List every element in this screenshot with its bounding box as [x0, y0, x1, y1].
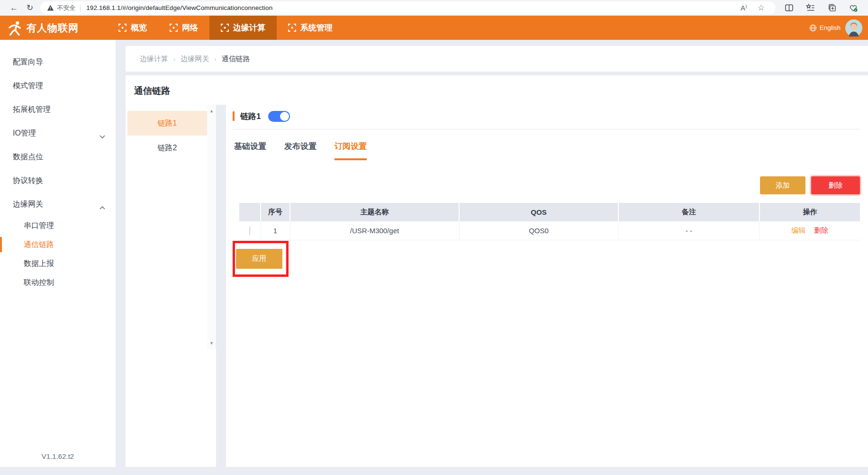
column-header-operation: 操作: [760, 203, 860, 221]
link-list-item-1[interactable]: 链路1: [127, 111, 207, 136]
sidebar-item-mode-management[interactable]: 模式管理: [0, 74, 116, 98]
browser-toolbar: ← ↻ 不安全 192.168.1.1/#/origin/defaultEdge…: [0, 0, 868, 16]
user-avatar[interactable]: [845, 19, 862, 37]
list-scrollbar[interactable]: ▲ ▼: [207, 105, 216, 349]
edit-link[interactable]: 编辑: [791, 226, 805, 234]
main-nav-tabs: 概览 网络 边缘计算 系统管理: [107, 16, 344, 40]
back-icon[interactable]: ←: [6, 4, 22, 12]
sidebar-item-expansion-management[interactable]: 拓展机管理: [0, 98, 116, 121]
tab-label: 基础设置: [234, 142, 266, 151]
row-delete-link[interactable]: 删除: [814, 226, 828, 234]
column-header-qos: QOS: [459, 203, 618, 221]
breadcrumb-separator: ›: [214, 55, 216, 63]
sidebar-item-io-management[interactable]: IO管理: [0, 121, 116, 145]
nav-tab-network[interactable]: 网络: [158, 16, 209, 40]
browser-actions: [778, 3, 862, 12]
scan-frame-icon: [288, 24, 296, 32]
navbar-right: English: [809, 16, 862, 40]
sidebar-item-linkage-control[interactable]: 联动控制: [0, 273, 116, 292]
vertical-divider: [216, 105, 226, 467]
content-card: 通信链路 链路1 链路2 ▲ ▼: [126, 75, 868, 467]
app-navbar: 有人物联网 概览 网络 边缘计算 系统管理 English: [0, 16, 868, 40]
sidebar-item-label: 拓展机管理: [13, 105, 51, 115]
nav-tab-system-management[interactable]: 系统管理: [277, 16, 344, 40]
link-list-item-2[interactable]: 链路2: [127, 136, 207, 160]
sidebar-item-label: 模式管理: [13, 81, 43, 91]
refresh-icon[interactable]: ↻: [22, 4, 37, 12]
cell-qos: QOS0: [459, 221, 618, 240]
sidebar-item-label: 数据点位: [13, 152, 43, 162]
split-screen-icon[interactable]: [780, 3, 798, 12]
sidebar-item-label: 协议转换: [13, 176, 43, 186]
toggle-knob: [280, 112, 289, 121]
link-item-label: 链路2: [158, 143, 177, 153]
scroll-down-icon[interactable]: ▼: [209, 341, 214, 346]
breadcrumb-separator: ›: [173, 55, 175, 63]
tab-publish-settings[interactable]: 发布设置: [284, 141, 316, 160]
subscribe-topic-table: 序号 主题名称 QOS 备注 操作 1 /USR-M300/g: [239, 203, 860, 240]
page-bottom-strip: [0, 467, 868, 475]
collections-icon[interactable]: [823, 3, 841, 12]
click-highlight-annotation: 应用: [233, 241, 289, 277]
cell-remark: - -: [618, 221, 760, 240]
sidebar-item-data-points[interactable]: 数据点位: [0, 145, 116, 169]
language-switcher[interactable]: English: [809, 24, 841, 32]
add-button[interactable]: 添加: [760, 176, 805, 194]
apply-button[interactable]: 应用: [236, 249, 282, 269]
address-bar[interactable]: 不安全 192.168.1.1/#/origin/defaultEdge/Vie…: [40, 1, 776, 14]
breadcrumb-current: 通信链路: [222, 55, 250, 64]
sidebar-item-serial-port-management[interactable]: 串口管理: [0, 216, 116, 235]
tab-subscribe-settings[interactable]: 订阅设置: [335, 141, 367, 160]
row-checkbox[interactable]: [249, 226, 250, 235]
url-text[interactable]: 192.168.1.1/#/origin/defaultEdge/ViewCom…: [86, 4, 736, 11]
brand[interactable]: 有人物联网: [8, 16, 100, 40]
breadcrumb-bar: 边缘计算 › 边缘网关 › 通信链路: [126, 46, 868, 72]
nav-tab-edge-computing[interactable]: 边缘计算: [209, 16, 277, 40]
sidebar-item-communication-link[interactable]: 通信链路: [0, 235, 116, 254]
breadcrumb-item[interactable]: 边缘网关: [181, 55, 209, 64]
scroll-up-icon[interactable]: ▲: [209, 109, 214, 113]
link-list: 链路1 链路2 ▲ ▼: [127, 105, 216, 349]
chevron-up-icon: [99, 203, 105, 211]
language-label: English: [820, 24, 841, 31]
favorite-star-icon[interactable]: ☆: [753, 4, 769, 12]
breadcrumb-item[interactable]: 边缘计算: [140, 55, 168, 64]
sidebar-item-label: 串口管理: [24, 221, 54, 231]
scan-frame-icon: [221, 24, 229, 32]
tab-basic-settings[interactable]: 基础设置: [234, 141, 266, 160]
sidebar-item-config-wizard[interactable]: 配置向导: [0, 50, 116, 74]
insecure-warning-icon: [47, 4, 54, 11]
breadcrumb: 边缘计算 › 边缘网关 › 通信链路: [140, 55, 250, 64]
delete-button[interactable]: 删除: [811, 176, 860, 194]
nav-tab-label: 边缘计算: [233, 22, 265, 33]
cell-index: 1: [261, 221, 290, 240]
sidebar: 配置向导 模式管理 拓展机管理 IO管理 数据点位 协议转换 边缘网关 串口管理…: [0, 40, 116, 467]
sidebar-item-label: 配置向导: [13, 57, 43, 67]
tab-label: 订阅设置: [335, 142, 367, 151]
brand-name: 有人物联网: [27, 21, 79, 35]
nav-tab-label: 概览: [131, 22, 147, 33]
link-enable-toggle[interactable]: [268, 111, 290, 122]
link-item-label: 链路1: [158, 119, 177, 128]
page-title: 通信链路: [126, 75, 868, 105]
sidebar-item-label: IO管理: [13, 128, 36, 138]
sidebar-item-label: 通信链路: [24, 240, 54, 250]
main-area: 边缘计算 › 边缘网关 › 通信链路 通信链路 链路1 链路2 ▲ ▼: [116, 40, 868, 467]
version-label: V1.1.62.t2: [0, 452, 116, 460]
tab-label: 发布设置: [284, 142, 316, 151]
nav-tab-overview[interactable]: 概览: [107, 16, 158, 40]
scan-frame-icon: [118, 24, 127, 32]
table-header-row: 序号 主题名称 QOS 备注 操作: [239, 203, 860, 221]
sidebar-item-edge-gateway[interactable]: 边缘网关: [0, 192, 116, 216]
link-settings-panel: 链路1 基础设置 发布设置 订阅设置 添加 删除: [226, 105, 868, 467]
nav-tab-label: 网络: [182, 22, 198, 33]
column-header-index: 序号: [261, 203, 290, 221]
favorites-bar-icon[interactable]: [802, 3, 819, 12]
column-header-topic: 主题名称: [290, 203, 459, 221]
sidebar-item-data-report[interactable]: 数据上报: [0, 254, 116, 273]
sidebar-item-protocol-conversion[interactable]: 协议转换: [0, 169, 116, 192]
active-indicator: [0, 237, 2, 252]
table-row: 1 /USR-M300/get QOS0 - - 编辑 删除: [239, 221, 860, 240]
read-aloud-icon[interactable]: A⁾: [736, 4, 751, 11]
browser-essentials-icon[interactable]: [844, 3, 862, 12]
